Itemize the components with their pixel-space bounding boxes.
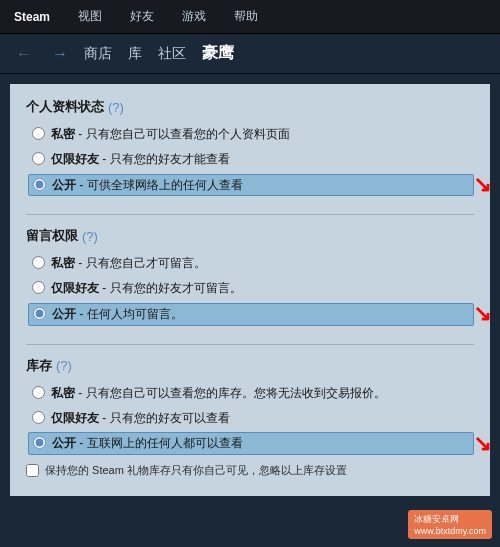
divider-1 bbox=[26, 214, 474, 215]
comment-permission-options: 私密 - 只有您自己才可留言。 仅限好友 - 只有您的好友才可留言。 公开 - … bbox=[26, 253, 474, 325]
profile-status-title: 个人资料状态 (?) bbox=[26, 98, 474, 116]
nav-links: 商店 库 社区 bbox=[84, 45, 186, 63]
comment-friends-option[interactable]: 仅限好友 - 只有您的好友才可留言。 bbox=[28, 278, 474, 299]
nav-library[interactable]: 库 bbox=[128, 45, 142, 63]
profile-friends-radio[interactable] bbox=[32, 152, 45, 165]
comment-public-radio[interactable] bbox=[33, 307, 46, 320]
comment-permission-title: 留言权限 (?) bbox=[26, 227, 474, 245]
inventory-friends-option[interactable]: 仅限好友 - 只有您的好友可以查看 bbox=[28, 408, 474, 429]
comment-private-option[interactable]: 私密 - 只有您自己才可留言。 bbox=[28, 253, 474, 274]
gift-inventory-checkbox-label[interactable]: 保持您的 Steam 礼物库存只有你自己可见，忽略以上库存设置 bbox=[26, 463, 474, 478]
profile-status-options: 私密 - 只有您自己可以查看您的个人资料页面 仅限好友 - 只有您的好友才能查看… bbox=[26, 124, 474, 196]
nav-bar: ← → 商店 库 社区 豪鹰 bbox=[0, 34, 500, 74]
inventory-public-option[interactable]: 公开 - 互联网上的任何人都可以查看 ↘ bbox=[28, 432, 474, 455]
menu-steam[interactable]: Steam bbox=[8, 6, 56, 28]
inventory-public-radio[interactable] bbox=[33, 436, 46, 449]
inventory-public-label: 公开 - 互联网上的任何人都可以查看 bbox=[52, 435, 243, 452]
inventory-private-label: 私密 - 只有您自己可以查看您的库存。您将无法收到交易报价。 bbox=[51, 385, 386, 402]
comment-permission-help[interactable]: (?) bbox=[82, 229, 98, 244]
inventory-label: 库存 bbox=[26, 357, 52, 375]
gift-inventory-text: 保持您的 Steam 礼物库存只有你自己可见，忽略以上库存设置 bbox=[45, 463, 347, 478]
profile-status-label: 个人资料状态 bbox=[26, 98, 104, 116]
username-title: 豪鹰 bbox=[202, 43, 234, 64]
forward-button[interactable]: → bbox=[48, 43, 72, 65]
menu-friends[interactable]: 好友 bbox=[124, 4, 160, 29]
settings-content: 个人资料状态 (?) 私密 - 只有您自己可以查看您的个人资料页面 仅限好友 -… bbox=[10, 84, 490, 496]
comment-friends-label: 仅限好友 - 只有您的好友才可留言。 bbox=[51, 280, 242, 297]
profile-friends-option[interactable]: 仅限好友 - 只有您的好友才能查看 bbox=[28, 149, 474, 170]
inventory-friends-label: 仅限好友 - 只有您的好友可以查看 bbox=[51, 410, 230, 427]
profile-status-help[interactable]: (?) bbox=[108, 100, 124, 115]
comment-public-option[interactable]: 公开 - 任何人均可留言。 ↘ bbox=[28, 303, 474, 326]
profile-status-section: 个人资料状态 (?) 私密 - 只有您自己可以查看您的个人资料页面 仅限好友 -… bbox=[26, 98, 474, 196]
inventory-private-radio[interactable] bbox=[32, 386, 45, 399]
profile-private-label: 私密 - 只有您自己可以查看您的个人资料页面 bbox=[51, 126, 290, 143]
nav-community[interactable]: 社区 bbox=[158, 45, 186, 63]
watermark-line1: 冰糖安卓网 bbox=[414, 513, 486, 526]
profile-public-option[interactable]: 公开 - 可供全球网络上的任何人查看 ↘ bbox=[28, 174, 474, 197]
profile-private-radio[interactable] bbox=[32, 127, 45, 140]
menu-bar: Steam 视图 好友 游戏 帮助 bbox=[0, 0, 500, 34]
profile-public-radio[interactable] bbox=[33, 178, 46, 191]
content-wrapper: 个人资料状态 (?) 私密 - 只有您自己可以查看您的个人资料页面 仅限好友 -… bbox=[26, 98, 474, 478]
divider-2 bbox=[26, 344, 474, 345]
gift-inventory-checkbox[interactable] bbox=[26, 464, 39, 477]
inventory-private-option[interactable]: 私密 - 只有您自己可以查看您的库存。您将无法收到交易报价。 bbox=[28, 383, 474, 404]
comment-permission-section: 留言权限 (?) 私密 - 只有您自己才可留言。 仅限好友 - 只有您的好友才可… bbox=[26, 227, 474, 325]
comment-private-radio[interactable] bbox=[32, 256, 45, 269]
menu-games[interactable]: 游戏 bbox=[176, 4, 212, 29]
profile-private-option[interactable]: 私密 - 只有您自己可以查看您的个人资料页面 bbox=[28, 124, 474, 145]
profile-public-label: 公开 - 可供全球网络上的任何人查看 bbox=[52, 177, 243, 194]
inventory-title: 库存 (?) bbox=[26, 357, 474, 375]
back-button[interactable]: ← bbox=[12, 43, 36, 65]
watermark: 冰糖安卓网 www.btxtdmy.com bbox=[408, 510, 492, 539]
watermark-line2: www.btxtdmy.com bbox=[414, 526, 486, 536]
inventory-options: 私密 - 只有您自己可以查看您的库存。您将无法收到交易报价。 仅限好友 - 只有… bbox=[26, 383, 474, 455]
comment-permission-label: 留言权限 bbox=[26, 227, 78, 245]
profile-friends-label: 仅限好友 - 只有您的好友才能查看 bbox=[51, 151, 230, 168]
menu-view[interactable]: 视图 bbox=[72, 4, 108, 29]
inventory-friends-radio[interactable] bbox=[32, 411, 45, 424]
comment-private-label: 私密 - 只有您自己才可留言。 bbox=[51, 255, 206, 272]
comment-friends-radio[interactable] bbox=[32, 281, 45, 294]
inventory-help[interactable]: (?) bbox=[56, 358, 72, 373]
menu-help[interactable]: 帮助 bbox=[228, 4, 264, 29]
arrow-comment: ↘ bbox=[473, 299, 491, 330]
arrow-profile: ↘ bbox=[473, 170, 491, 201]
arrow-inventory: ↘ bbox=[473, 428, 491, 459]
nav-store[interactable]: 商店 bbox=[84, 45, 112, 63]
comment-public-label: 公开 - 任何人均可留言。 bbox=[52, 306, 183, 323]
inventory-section: 库存 (?) 私密 - 只有您自己可以查看您的库存。您将无法收到交易报价。 仅限… bbox=[26, 357, 474, 478]
